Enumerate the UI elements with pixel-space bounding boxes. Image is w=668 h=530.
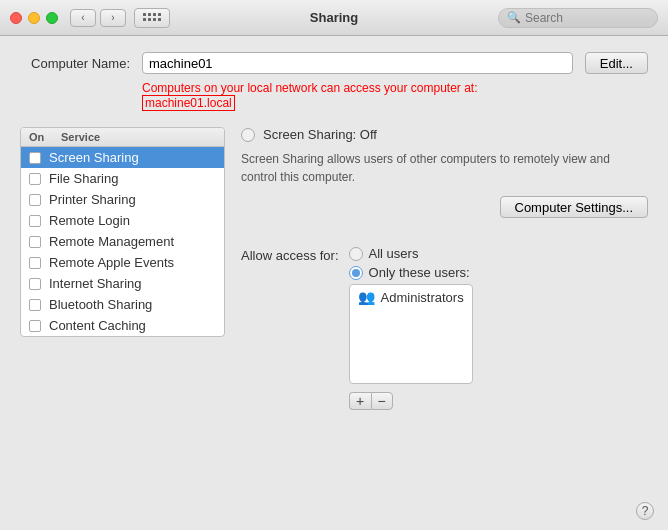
header-service: Service (61, 131, 100, 143)
remove-user-button[interactable]: − (371, 392, 393, 410)
checkbox-remote-apple-events[interactable] (29, 257, 41, 269)
computer-name-label: Computer Name: (20, 56, 130, 71)
minimize-button[interactable] (28, 12, 40, 24)
traffic-lights (10, 12, 58, 24)
back-button[interactable]: ‹ (70, 9, 96, 27)
checkbox-remote-management[interactable] (29, 236, 41, 248)
checkbox-remote-login[interactable] (29, 215, 41, 227)
grid-button[interactable] (134, 8, 170, 28)
service-row-remote-login[interactable]: Remote Login (21, 210, 224, 231)
service-row-remote-management[interactable]: Remote Management (21, 231, 224, 252)
service-label-printer-sharing: Printer Sharing (49, 192, 136, 207)
service-label-remote-management: Remote Management (49, 234, 174, 249)
computer-settings-button[interactable]: Computer Settings... (500, 196, 649, 218)
services-panel: On Service Screen Sharing File Sharing P… (20, 127, 225, 418)
service-row-file-sharing[interactable]: File Sharing (21, 168, 224, 189)
header-on: On (29, 131, 53, 143)
access-desc-text: Computers on your local network can acce… (142, 81, 477, 95)
user-name: Administrators (381, 290, 464, 305)
service-row-bluetooth-sharing[interactable]: Bluetooth Sharing (21, 294, 224, 315)
zoom-button[interactable] (46, 12, 58, 24)
allow-access-label: Allow access for: (241, 246, 339, 263)
checkbox-screen-sharing[interactable] (29, 152, 41, 164)
user-row[interactable]: 👥 Administrators (350, 285, 472, 309)
access-description: Computers on your local network can acce… (142, 80, 648, 111)
checkbox-file-sharing[interactable] (29, 173, 41, 185)
sharing-title: Screen Sharing: Off (263, 127, 377, 142)
title-bar: ‹ › Sharing 🔍 (0, 0, 668, 36)
access-option-only-these-users[interactable]: Only these users: (349, 265, 473, 280)
edit-button[interactable]: Edit... (585, 52, 648, 74)
computer-name-input[interactable] (142, 52, 573, 74)
right-panel: Screen Sharing: Off Screen Sharing allow… (241, 127, 648, 418)
sharing-header: Screen Sharing: Off (241, 127, 648, 142)
window-title: Sharing (310, 10, 358, 25)
search-icon: 🔍 (507, 11, 521, 24)
service-label-remote-login: Remote Login (49, 213, 130, 228)
service-label-content-caching: Content Caching (49, 318, 146, 333)
service-row-internet-sharing[interactable]: Internet Sharing (21, 273, 224, 294)
search-bar[interactable]: 🔍 (498, 8, 658, 28)
service-row-screen-sharing[interactable]: Screen Sharing (21, 147, 224, 168)
bottom-bar: ? (636, 502, 654, 520)
service-row-remote-apple-events[interactable]: Remote Apple Events (21, 252, 224, 273)
users-list: 👥 Administrators (349, 284, 473, 384)
help-button[interactable]: ? (636, 502, 654, 520)
computer-name-row: Computer Name: Edit... (20, 52, 648, 74)
checkbox-internet-sharing[interactable] (29, 278, 41, 290)
search-input[interactable] (525, 11, 649, 25)
service-label-file-sharing: File Sharing (49, 171, 118, 186)
only-these-users-label: Only these users: (369, 265, 470, 280)
service-label-bluetooth-sharing: Bluetooth Sharing (49, 297, 152, 312)
add-user-button[interactable]: + (349, 392, 371, 410)
access-options: All users Only these users: 👥 Administra… (349, 246, 473, 410)
checkbox-content-caching[interactable] (29, 320, 41, 332)
services-table: On Service Screen Sharing File Sharing P… (20, 127, 225, 337)
service-row-content-caching[interactable]: Content Caching (21, 315, 224, 336)
close-button[interactable] (10, 12, 22, 24)
radio-all-users[interactable] (349, 247, 363, 261)
service-label-screen-sharing: Screen Sharing (49, 150, 139, 165)
local-address: machine01.local (142, 95, 235, 111)
forward-button[interactable]: › (100, 9, 126, 27)
service-row-printer-sharing[interactable]: Printer Sharing (21, 189, 224, 210)
screen-sharing-toggle[interactable] (241, 128, 255, 142)
sharing-desc: Screen Sharing allows users of other com… (241, 150, 648, 186)
service-label-remote-apple-events: Remote Apple Events (49, 255, 174, 270)
allow-access-row: Allow access for: All users Only these u… (241, 246, 648, 410)
radio-only-these-users[interactable] (349, 266, 363, 280)
checkbox-bluetooth-sharing[interactable] (29, 299, 41, 311)
access-option-all-users[interactable]: All users (349, 246, 473, 261)
checkbox-printer-sharing[interactable] (29, 194, 41, 206)
user-icon: 👥 (358, 289, 375, 305)
services-header: On Service (21, 128, 224, 147)
all-users-label: All users (369, 246, 419, 261)
main-layout: On Service Screen Sharing File Sharing P… (20, 127, 648, 418)
nav-arrows: ‹ › (70, 9, 126, 27)
service-label-internet-sharing: Internet Sharing (49, 276, 142, 291)
users-controls: + − (349, 392, 473, 410)
